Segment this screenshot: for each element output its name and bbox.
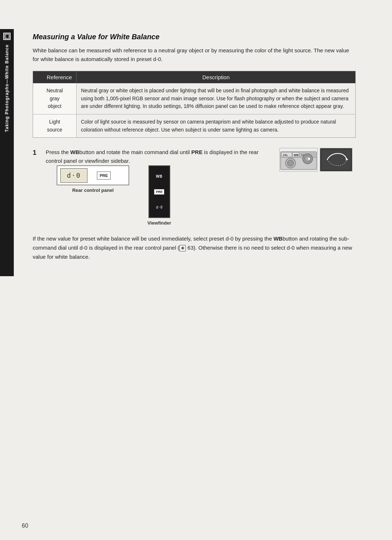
step-1-images: JAL WB MI [279, 148, 356, 172]
desc-cell-neutral: Neutral gray or white object is placed u… [77, 83, 356, 114]
vf-wb-label: WB [156, 174, 163, 178]
viewfinder-label: Viewfinder [147, 220, 171, 226]
bottom-wb-label: WB [273, 235, 282, 242]
svg-rect-0 [5, 34, 9, 39]
main-content: Measuring a Value for White Balance Whit… [22, 22, 374, 273]
col-description: Description [77, 71, 356, 84]
rear-panel-box: d·0 PRE Rear control panel [57, 165, 129, 193]
bottom-paragraph: If the new value for preset white balanc… [33, 234, 356, 261]
step-number: 1 [33, 148, 41, 157]
ref-cell-neutral: Neutralgrayobject [33, 83, 77, 114]
viewfinder-box: WB PRE d·0 Viewfinder [147, 165, 171, 226]
step-1-content: Press the WBbutton and rotate the main c… [46, 148, 275, 226]
lcd-display: d·0 [60, 168, 87, 183]
page-number: 60 [22, 523, 28, 529]
step-1-row: 1 Press the WBbutton and rotate the main… [33, 148, 356, 226]
sidebar-tab: Taking Photographs—White Balance [0, 29, 14, 276]
camera-top-diagram: JAL WB MI [279, 148, 318, 172]
table-row: Neutralgrayobject Neutral gray or white … [33, 83, 356, 114]
table-header-row: Reference Description [33, 71, 356, 84]
intro-paragraph: White balance can be measured with refer… [33, 46, 356, 64]
svg-text:WB: WB [294, 154, 298, 157]
ref-cell-light: Lightsource [33, 114, 77, 138]
col-reference: Reference [33, 71, 77, 84]
diagrams-area: d·0 PRE Rear control panel WB PRE d·0 Vi… [57, 165, 275, 226]
desc-cell-light: Color of light source is measured by sen… [77, 114, 356, 138]
sidebar-book-icon [3, 33, 11, 40]
rear-panel-label: Rear control panel [72, 188, 114, 193]
sidebar-label: Taking Photographs—White Balance [4, 44, 9, 132]
svg-point-11 [308, 158, 310, 160]
svg-point-13 [287, 160, 294, 166]
vf-d0-label: d·0 [156, 205, 163, 209]
camera-back-diagram [320, 148, 352, 172]
ref-icon: ⊛ [179, 245, 186, 251]
rear-panel-diagram: d·0 PRE [57, 165, 129, 185]
pre-box: PRE [97, 172, 111, 180]
vf-pre-box: PRE [154, 189, 164, 195]
reference-table: Reference Description Neutralgrayobject … [33, 71, 356, 138]
step-1-text: Press the WBbutton and rotate the main c… [46, 148, 275, 165]
camera-images-row: JAL WB MI [279, 148, 356, 172]
wb-label: WB [70, 149, 79, 155]
viewfinder-diagram: WB PRE d·0 [148, 165, 170, 218]
page-title: Measuring a Value for White Balance [33, 33, 356, 41]
svg-text:JAL: JAL [283, 154, 288, 157]
table-row: Lightsource Color of light source is mea… [33, 114, 356, 138]
pre-label: PRE [191, 149, 203, 155]
